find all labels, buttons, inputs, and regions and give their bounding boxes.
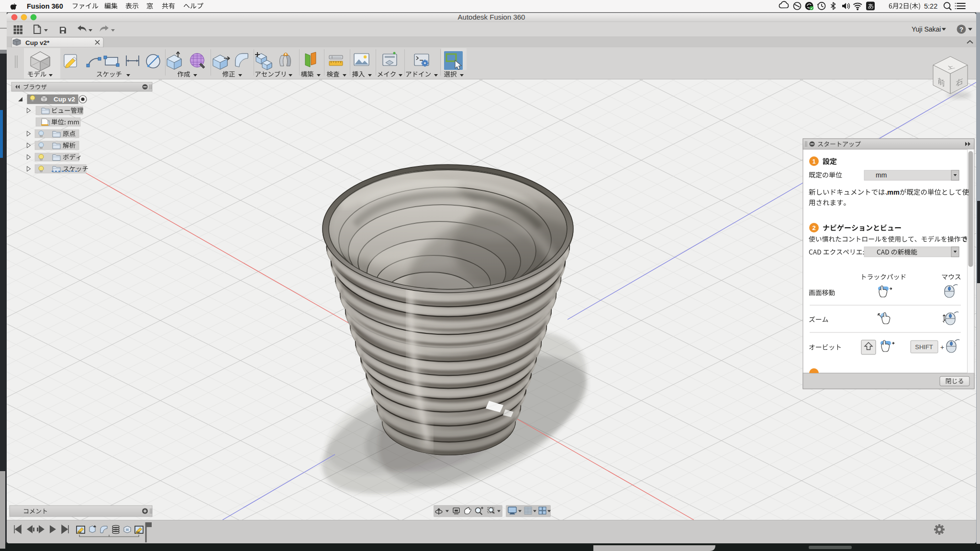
svg-text:Yuji Sakai: Yuji Sakai — [912, 25, 941, 33]
svg-text:+: + — [940, 343, 944, 351]
svg-text:1: 1 — [812, 158, 815, 165]
svg-text:mm: mm — [887, 188, 900, 196]
svg-text:SHIFT: SHIFT — [915, 343, 933, 351]
svg-text:Cup v2: Cup v2 — [54, 96, 75, 103]
svg-text:Cup v2*: Cup v2* — [25, 39, 50, 46]
svg-text:?: ? — [959, 26, 963, 33]
svg-text:Autodesk Fusion 360: Autodesk Fusion 360 — [458, 13, 525, 21]
svg-text:2: 2 — [812, 224, 815, 231]
svg-text:mm: mm — [876, 171, 887, 179]
svg-text:Fusion 360: Fusion 360 — [27, 2, 63, 10]
svg-text:5:22: 5:22 — [924, 2, 937, 10]
